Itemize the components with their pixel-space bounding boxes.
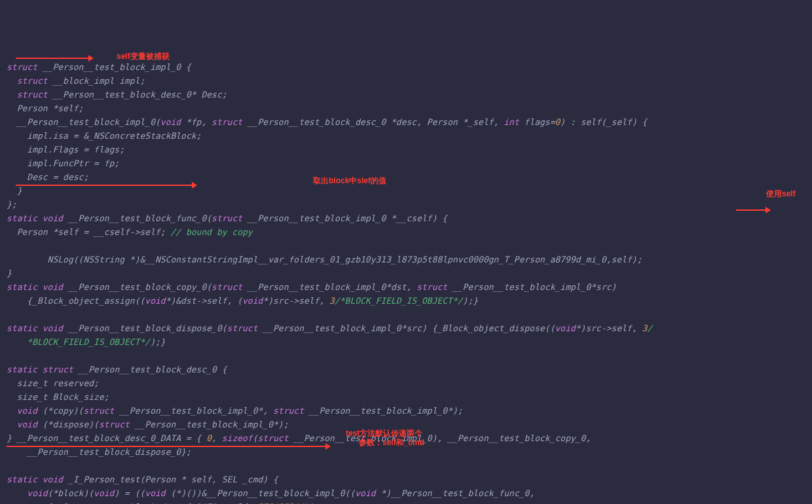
underline-self-use [736, 209, 770, 211]
underline-self-decl [16, 58, 93, 59]
annotation-self-captured: self变量被捕获 [117, 50, 170, 63]
underline-self-assign [16, 185, 196, 186]
annotation-test-params-2: 参数：self和_cmd [359, 436, 424, 450]
underline-test-fn [7, 446, 330, 447]
annotation-extract-self: 取出block中slef的值 [313, 174, 386, 188]
annotation-use-self: 使用self [766, 187, 796, 201]
